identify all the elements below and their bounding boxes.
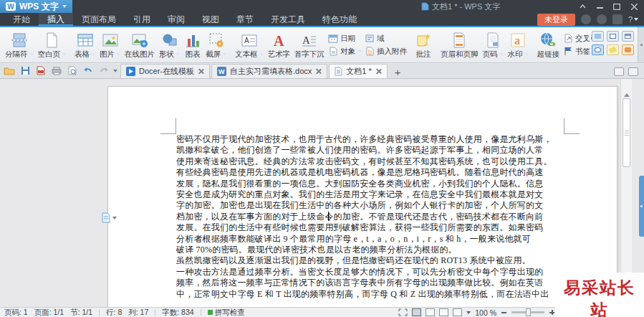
ribbon-collapse-handle[interactable]: [638, 27, 644, 62]
page-break-button[interactable]: 分隔符: [3, 29, 36, 61]
header-footer-button[interactable]: 页眉和页脚: [438, 29, 481, 61]
hyperlink-button[interactable]: 超链接: [535, 29, 562, 61]
skin-theme-icon[interactable]: [612, 14, 623, 24]
help-button[interactable]: ?: [628, 15, 638, 24]
object-button[interactable]: 对象: [328, 47, 362, 57]
watermark-button[interactable]: a 水印: [506, 29, 531, 61]
collapse-window-button[interactable]: [575, 1, 590, 11]
maximize-button[interactable]: [610, 1, 624, 11]
fit-page-icon[interactable]: [398, 308, 408, 316]
page[interactable]: 密码不仅用于现代的加密技术，也用于古代的，许多经典密码被受尊重的人使用，像是尤利…: [107, 86, 617, 307]
wps-logo-icon: W: [6, 2, 16, 11]
mini-picture-tool-icon[interactable]: [592, 31, 604, 42]
page-number-button[interactable]: 页码: [481, 29, 506, 61]
status-word-count[interactable]: 字数: 834: [162, 308, 193, 317]
dropcap-button[interactable]: A 首字下沉: [292, 29, 327, 61]
close-icon[interactable]: [315, 68, 322, 75]
view-page-layout-icon[interactable]: [412, 308, 421, 316]
qat-more-icon[interactable]: [113, 70, 117, 72]
print-icon[interactable]: [50, 65, 63, 77]
tab-special-features[interactable]: 特色功能: [314, 13, 365, 26]
spell-check-toggle[interactable]: 拼写检查: [208, 308, 245, 317]
view-more-icon[interactable]: [466, 311, 471, 314]
open-folder-icon[interactable]: [3, 65, 16, 77]
table-icon: [77, 30, 94, 48]
tab-list-icon[interactable]: [614, 67, 624, 76]
print-preview-icon[interactable]: [66, 65, 79, 77]
tab-section[interactable]: 章节: [228, 13, 262, 26]
tab-review[interactable]: 审阅: [159, 13, 193, 26]
document-area: 密码不仅用于现代的加密技术，也用于古代的，许多经典密码被受尊重的人使用，像是尤利…: [0, 79, 644, 307]
zoom-slider[interactable]: [511, 311, 544, 313]
status-section: 节: 1/1: [70, 308, 92, 317]
new-tab-button[interactable]: +: [389, 66, 407, 78]
tab-developer[interactable]: 开发工具: [262, 13, 314, 26]
smart-format-button[interactable]: [101, 212, 117, 223]
document-line: 一种攻击方法是通过频率分析。当密文长度足够大的情况下，可以先分析密文中每个字母出…: [176, 267, 567, 278]
view-outline-icon[interactable]: [426, 308, 435, 316]
undo-icon[interactable]: [82, 65, 95, 77]
zoom-slider-thumb[interactable]: [526, 308, 531, 316]
cloud-icon[interactable]: [581, 14, 591, 24]
view-web-layout-icon[interactable]: [439, 308, 448, 316]
wps-doc-icon: W: [217, 67, 226, 76]
zoom-in-icon[interactable]: [549, 309, 555, 316]
tab-view[interactable]: 视图: [193, 13, 228, 26]
tab-references[interactable]: 引用: [125, 13, 159, 26]
mini-window-tool-icon[interactable]: [622, 31, 634, 42]
field-button[interactable]: 域: [365, 34, 407, 44]
comment-button[interactable]: 批注: [413, 29, 434, 61]
scroll-up-icon[interactable]: [624, 93, 630, 97]
online-picture-button[interactable]: 在线图片: [122, 29, 157, 61]
field-icon: [365, 34, 375, 43]
svg-text:a: a: [514, 34, 520, 47]
save-icon[interactable]: [19, 65, 32, 77]
mini-object-tool-icon[interactable]: [592, 44, 604, 55]
export-pdf-icon[interactable]: [34, 65, 47, 77]
mini-lock-tool-icon[interactable]: [622, 44, 634, 55]
tab-insert[interactable]: 插入: [39, 13, 73, 26]
app-menu-button[interactable]: W WPS 文字: [0, 0, 72, 13]
textbox-button[interactable]: A 文本框: [233, 29, 266, 61]
document-line: 频率，然后将这一频率与正常情况下的该语言字母表中所有字母的出现频率做比较。例如在…: [176, 278, 567, 288]
site-watermark: 易采站长站 www.easck.com: [555, 273, 644, 317]
mini-highlight-tool-icon[interactable]: [607, 44, 619, 55]
chevron-down-icon: [112, 217, 117, 219]
chevron-down-icon: [62, 53, 66, 56]
tab-page-layout[interactable]: 页面布局: [73, 13, 125, 26]
scrollbar-thumb[interactable]: [623, 98, 630, 167]
screenshot-button[interactable]: 截屏: [203, 29, 229, 61]
blank-page-button[interactable]: 空白页: [36, 29, 69, 61]
view-fullscreen-icon[interactable]: [453, 308, 462, 316]
redo-icon[interactable]: [97, 65, 110, 77]
wordart-button[interactable]: A 艺术字: [266, 29, 293, 61]
minimize-button[interactable]: [592, 1, 607, 11]
chart-button[interactable]: 图表: [182, 29, 203, 61]
paste-options-icon: [101, 212, 111, 223]
margin-crop-mark: [564, 118, 580, 134]
login-button[interactable]: 未登录: [537, 14, 575, 26]
close-icon[interactable]: [198, 68, 204, 75]
sidebar-expand-handle[interactable]: [639, 176, 644, 237]
svg-text:W: W: [218, 68, 225, 75]
zoom-out-icon[interactable]: [501, 309, 507, 316]
close-icon[interactable]: [375, 68, 382, 75]
doc-tab-document1[interactable]: 文档1 *: [329, 64, 387, 78]
tab-home[interactable]: 开始: [4, 13, 39, 26]
document-line: 字的加密。加密也是出现在我们生活中的各种大小场所，例如个人银行卡的加密，个人所写…: [176, 200, 567, 211]
table-button[interactable]: 表格: [72, 29, 97, 61]
tab-more-icon[interactable]: [628, 67, 638, 76]
sync-icon[interactable]: [597, 14, 607, 24]
zoom-level[interactable]: 100 %: [475, 308, 496, 317]
picture-button[interactable]: 图片: [97, 29, 122, 61]
shapes-button[interactable]: 形状: [157, 29, 182, 61]
document-line: 安全也是成为研究的重点对象。我们的生活是用文字来记录，在信息安全中我们最根本就是…: [176, 189, 567, 200]
object-icon: [328, 47, 338, 56]
mini-checkbox-tool-icon[interactable]: [607, 31, 619, 42]
doc-tab-form[interactable]: W 自主实习需填表格.docx: [211, 64, 327, 78]
doc-tab-docer[interactable]: Docer-在线模板: [120, 64, 210, 78]
attachment-button[interactable]: 插入附件: [365, 47, 407, 57]
close-button[interactable]: [627, 1, 641, 11]
document-text[interactable]: 密码不仅用于现代的加密技术，也用于古代的，许多经典密码被受尊重的人使用，像是尤利…: [176, 134, 567, 300]
date-button[interactable]: 日期: [328, 34, 362, 44]
